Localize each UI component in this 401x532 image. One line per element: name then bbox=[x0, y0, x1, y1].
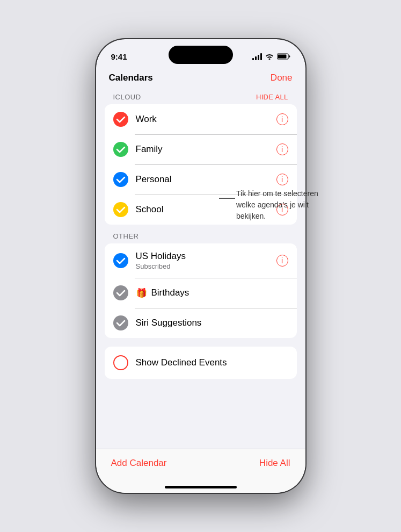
list-item[interactable]: Siri Suggestions bbox=[105, 308, 297, 338]
phone-frame: 9:41 bbox=[96, 39, 305, 493]
other-section-header: OTHER bbox=[105, 229, 297, 243]
work-check[interactable] bbox=[113, 112, 128, 127]
dynamic-island bbox=[169, 46, 233, 64]
status-time: 9:41 bbox=[111, 52, 127, 61]
show-declined-card[interactable]: Show Declined Events bbox=[105, 347, 297, 379]
callout-text: Tik hier om te selecteren welke agenda's… bbox=[236, 188, 327, 222]
family-label: Family bbox=[136, 144, 276, 155]
work-label: Work bbox=[136, 114, 276, 125]
nav-bar: Calendars Done bbox=[105, 66, 297, 90]
phone-screen: 9:41 bbox=[96, 39, 305, 493]
icloud-hide-all[interactable]: HIDE ALL bbox=[256, 93, 288, 101]
svg-point-3 bbox=[113, 142, 128, 157]
personal-label: Personal bbox=[136, 174, 276, 185]
add-calendar-button[interactable]: Add Calendar bbox=[111, 458, 167, 469]
personal-info-button[interactable]: i bbox=[276, 174, 288, 185]
work-info-button[interactable]: i bbox=[276, 113, 288, 125]
declined-check-circle[interactable] bbox=[113, 355, 128, 370]
battery-icon bbox=[277, 53, 290, 60]
wifi-icon bbox=[265, 53, 274, 60]
other-card: US Holidays Subscribed i 🎁 Birthdays bbox=[105, 243, 297, 338]
icloud-section-header: ICLOUD HIDE ALL bbox=[105, 90, 297, 104]
list-item[interactable]: US Holidays Subscribed i bbox=[105, 243, 297, 278]
list-item[interactable]: Family i bbox=[105, 134, 297, 164]
svg-point-2 bbox=[113, 112, 128, 127]
svg-point-5 bbox=[113, 202, 128, 217]
list-item[interactable]: 🎁 Birthdays bbox=[105, 278, 297, 308]
birthdays-prefix-icon: 🎁 bbox=[136, 287, 147, 299]
nav-title: Calendars bbox=[109, 73, 153, 83]
hide-all-button[interactable]: Hide All bbox=[259, 458, 290, 469]
us-holidays-subtitle: Subscribed bbox=[136, 262, 276, 270]
family-info-button[interactable]: i bbox=[276, 143, 288, 155]
us-holidays-check[interactable] bbox=[113, 253, 128, 268]
callout-line bbox=[219, 198, 235, 199]
personal-check[interactable] bbox=[113, 172, 128, 187]
siri-suggestions-label: Siri Suggestions bbox=[136, 318, 288, 328]
svg-point-4 bbox=[113, 172, 128, 187]
us-holidays-info-button[interactable]: i bbox=[276, 255, 288, 267]
show-declined-item[interactable]: Show Declined Events bbox=[105, 347, 297, 379]
signal-bars-icon bbox=[252, 53, 262, 60]
family-check[interactable] bbox=[113, 142, 128, 157]
callout-tooltip: Tik hier om te selecteren welke agenda's… bbox=[236, 188, 327, 222]
birthdays-check[interactable] bbox=[113, 285, 128, 300]
svg-rect-1 bbox=[278, 55, 286, 59]
birthdays-label: Birthdays bbox=[151, 287, 189, 298]
icloud-label: ICLOUD bbox=[113, 93, 141, 101]
other-label: OTHER bbox=[113, 232, 139, 240]
home-indicator bbox=[165, 486, 237, 488]
svg-point-8 bbox=[113, 315, 128, 330]
us-holidays-label: US Holidays bbox=[136, 251, 276, 262]
list-item[interactable]: Work i bbox=[105, 104, 297, 134]
status-icons bbox=[252, 53, 290, 60]
content-area: Calendars Done ICLOUD HIDE ALL Wo bbox=[96, 66, 305, 466]
svg-point-6 bbox=[113, 253, 128, 268]
siri-check[interactable] bbox=[113, 315, 128, 330]
show-declined-label: Show Declined Events bbox=[136, 357, 227, 368]
school-check[interactable] bbox=[113, 202, 128, 217]
done-button[interactable]: Done bbox=[271, 73, 293, 83]
svg-point-7 bbox=[113, 285, 128, 300]
